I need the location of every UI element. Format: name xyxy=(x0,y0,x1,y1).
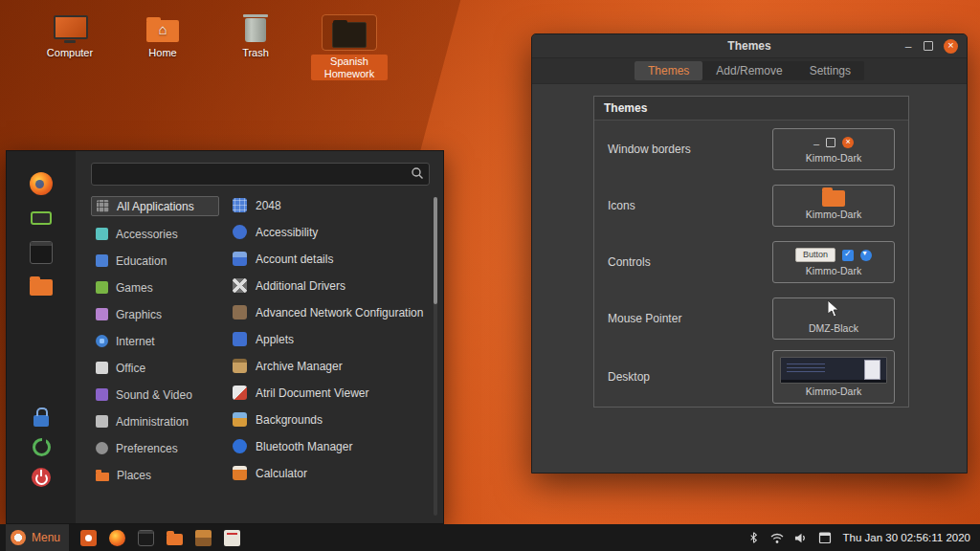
app-item-archive-manager[interactable]: Archive Manager xyxy=(233,357,430,375)
theme-value: Kimmo-Dark xyxy=(806,152,861,164)
selection-highlight xyxy=(323,15,376,50)
logout-icon[interactable] xyxy=(33,438,51,456)
window-borders-preview-button[interactable]: Kimmo-Dark xyxy=(772,128,895,170)
firefox-icon[interactable] xyxy=(109,530,125,546)
minimize-icon xyxy=(813,134,819,151)
taskbar-clock[interactable]: Thu Jan 30 02:56:11 2020 xyxy=(841,532,974,543)
mint-logo-icon xyxy=(11,530,26,545)
volume-icon[interactable] xyxy=(794,532,809,544)
category-places[interactable]: Places xyxy=(91,466,219,484)
row-label: Icons xyxy=(608,199,635,212)
network-configuration-icon xyxy=(233,305,247,320)
tab-add-remove[interactable]: Add/Remove xyxy=(702,61,795,80)
maximize-icon[interactable] xyxy=(924,41,933,51)
sample-button: Button xyxy=(795,248,835,263)
row-label: Controls xyxy=(608,255,651,269)
files-icon[interactable] xyxy=(30,279,53,296)
home-folder-icon xyxy=(122,13,204,42)
desktop-preview-button[interactable]: Kimmo-Dark xyxy=(772,350,895,404)
app-item-applets[interactable]: Applets xyxy=(233,330,430,348)
category-label: Education xyxy=(116,254,167,268)
games-icon xyxy=(96,281,108,294)
themes-titlebar[interactable]: Themes xyxy=(532,34,967,58)
app-label: Bluetooth Manager xyxy=(256,440,352,453)
window-title: Themes xyxy=(727,39,770,53)
category-office[interactable]: Office xyxy=(91,359,219,377)
desktop-icon-label: Trash xyxy=(220,47,291,59)
internet-icon xyxy=(96,335,108,347)
window-buttons xyxy=(903,34,958,57)
menu-button[interactable]: Menu xyxy=(6,524,69,551)
themes-window: Themes Themes Add/Remove Settings Themes… xyxy=(531,33,968,474)
category-accessories[interactable]: Accessories xyxy=(91,225,219,243)
search-input[interactable] xyxy=(91,163,430,186)
category-preferences[interactable]: Preferences xyxy=(91,439,219,457)
desktop-icon-computer[interactable]: Computer xyxy=(29,13,111,59)
theme-value: Kimmo-Dark xyxy=(806,265,861,276)
checkbox-icon xyxy=(842,250,854,261)
app-item-accessibility[interactable]: Accessibility xyxy=(233,223,430,241)
desktop-icon-home[interactable]: Home xyxy=(122,13,204,59)
sound-video-icon xyxy=(96,388,108,401)
shutdown-icon[interactable] xyxy=(32,468,51,487)
app-item-calculator[interactable]: Calculator xyxy=(233,464,430,482)
category-all-applications[interactable]: All Applications xyxy=(91,196,219,216)
app-list: 2048 Accessibility Account details Addit… xyxy=(219,196,430,514)
image-viewer-icon[interactable] xyxy=(195,530,212,546)
apps-scrollbar-thumb[interactable] xyxy=(434,197,437,304)
category-sound-video[interactable]: Sound & Video xyxy=(91,386,219,404)
system-tray: Thu Jan 30 02:56:11 2020 xyxy=(747,530,974,545)
desktop-icon-label: Computer xyxy=(34,47,105,59)
desktop-icon-label: Spanish Homework xyxy=(311,55,388,80)
backgrounds-icon xyxy=(233,412,247,427)
additional-drivers-icon xyxy=(233,278,247,293)
app-item-bluetooth-manager[interactable]: Bluetooth Manager xyxy=(233,437,430,455)
files-icon[interactable] xyxy=(167,534,183,545)
document-viewer-icon[interactable] xyxy=(224,530,240,546)
mini-taskbar xyxy=(781,380,886,383)
desktop-icon-spanish-homework[interactable]: Spanish Homework xyxy=(308,15,390,80)
bluetooth-icon[interactable] xyxy=(747,530,760,545)
theme-row-controls: Controls Button Kimmo-Dark xyxy=(608,233,895,290)
minimize-icon[interactable] xyxy=(903,37,913,55)
category-administration[interactable]: Administration xyxy=(91,412,219,430)
software-manager-icon[interactable] xyxy=(80,530,97,546)
category-internet[interactable]: Internet xyxy=(91,332,219,350)
desktop-icon-trash[interactable]: Trash xyxy=(214,13,297,59)
icons-preview-button[interactable]: Kimmo-Dark xyxy=(772,185,895,227)
category-games[interactable]: Games xyxy=(91,278,219,297)
trash-icon xyxy=(214,13,297,42)
software-manager-icon[interactable] xyxy=(31,211,52,225)
network-wifi-icon[interactable] xyxy=(769,532,785,544)
app-item-account-details[interactable]: Account details xyxy=(233,250,430,268)
desktop-thumbnail xyxy=(780,357,887,384)
all-applications-icon xyxy=(97,200,109,212)
category-graphics[interactable]: Graphics xyxy=(91,305,219,323)
education-icon xyxy=(96,254,108,267)
app-label: Accessibility xyxy=(256,226,318,239)
preferences-icon xyxy=(96,442,108,454)
mouse-pointer-preview-button[interactable]: DMZ-Black xyxy=(772,298,895,340)
tab-themes[interactable]: Themes xyxy=(635,61,702,80)
calendar-icon[interactable] xyxy=(818,531,832,544)
app-item-atril-document-viewer[interactable]: Atril Document Viewer xyxy=(233,384,430,402)
app-label: Backgrounds xyxy=(256,413,323,427)
app-label: Calculator xyxy=(256,467,307,480)
archive-manager-icon xyxy=(233,359,247,373)
app-item-additional-drivers[interactable]: Additional Drivers xyxy=(233,276,430,295)
lock-icon[interactable] xyxy=(33,415,49,427)
close-icon[interactable] xyxy=(944,39,958,54)
app-item-backgrounds[interactable]: Backgrounds xyxy=(233,410,430,429)
app-item-advanced-network-configuration[interactable]: Advanced Network Configuration xyxy=(233,303,430,321)
tab-settings[interactable]: Settings xyxy=(796,61,864,80)
menu-sidebar xyxy=(7,151,76,523)
firefox-icon[interactable] xyxy=(30,172,53,195)
terminal-icon[interactable] xyxy=(138,530,154,546)
category-education[interactable]: Education xyxy=(91,252,219,270)
app-item-2048[interactable]: 2048 xyxy=(233,196,430,214)
category-label: Administration xyxy=(116,415,189,429)
controls-preview-button[interactable]: Button Kimmo-Dark xyxy=(772,241,895,283)
theme-value: Kimmo-Dark xyxy=(806,209,861,220)
computer-icon xyxy=(29,13,111,42)
terminal-icon[interactable] xyxy=(30,241,53,264)
